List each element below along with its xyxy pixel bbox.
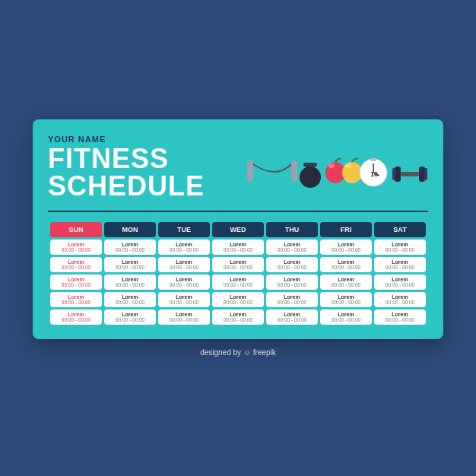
svg-rect-17 xyxy=(401,172,419,176)
table-cell: Lorem00:00 - 00:00 xyxy=(50,309,102,325)
footer-credit: designed by ☺ freepik xyxy=(200,348,276,357)
cell-time: 00:00 - 00:00 xyxy=(107,247,153,252)
cell-time: 00:00 - 00:00 xyxy=(215,282,261,287)
table-row: Lorem00:00 - 00:00Lorem00:00 - 00:00Lore… xyxy=(50,274,426,290)
freepik-icon: ☺ xyxy=(243,348,253,357)
header-sun: SUN xyxy=(50,222,102,237)
cell-time: 00:00 - 00:00 xyxy=(377,282,423,287)
table-row: Lorem00:00 - 00:00Lorem00:00 - 00:00Lore… xyxy=(50,257,426,272)
cell-time: 00:00 - 00:00 xyxy=(107,300,153,305)
cell-time: 00:00 - 00:00 xyxy=(377,317,423,322)
divider xyxy=(48,211,428,212)
cell-time: 00:00 - 00:00 xyxy=(107,282,153,287)
header-mon: MON xyxy=(104,222,156,237)
cell-label: Lorem xyxy=(107,242,153,247)
svg-rect-18 xyxy=(419,167,425,182)
table-cell: Lorem00:00 - 00:00 xyxy=(374,309,426,325)
table-cell: Lorem00:00 - 00:00 xyxy=(158,309,210,325)
cell-time: 00:00 - 00:00 xyxy=(269,317,315,322)
cell-time: 00:00 - 00:00 xyxy=(107,265,153,270)
table-cell: Lorem00:00 - 00:00 xyxy=(374,292,426,307)
svg-rect-4 xyxy=(303,163,317,167)
cell-time: 00:00 - 00:00 xyxy=(269,300,315,305)
cell-time: 00:00 - 00:00 xyxy=(53,282,99,287)
table-cell: Lorem00:00 - 00:00 xyxy=(374,240,426,255)
svg-rect-16 xyxy=(392,168,395,180)
cell-label: Lorem xyxy=(269,312,315,317)
cell-label: Lorem xyxy=(107,277,153,282)
table-cell: Lorem00:00 - 00:00 xyxy=(212,292,264,307)
cell-label: Lorem xyxy=(323,312,369,317)
cell-label: Lorem xyxy=(53,312,99,317)
cell-time: 00:00 - 00:00 xyxy=(161,282,207,287)
cell-time: 00:00 - 00:00 xyxy=(161,300,207,305)
cell-label: Lorem xyxy=(269,242,315,247)
table-cell: Lorem00:00 - 00:00 xyxy=(158,274,210,290)
cell-time: 00:00 - 00:00 xyxy=(215,265,261,270)
cell-time: 00:00 - 00:00 xyxy=(215,247,261,252)
cell-label: Lorem xyxy=(215,259,261,265)
table-cell: Lorem00:00 - 00:00 xyxy=(374,257,426,272)
table-cell: Lorem00:00 - 00:00 xyxy=(104,257,156,272)
cell-label: Lorem xyxy=(215,312,261,317)
cell-label: Lorem xyxy=(269,259,315,265)
cell-time: 00:00 - 00:00 xyxy=(215,317,261,322)
table-cell: Lorem00:00 - 00:00 xyxy=(374,274,426,290)
svg-point-6 xyxy=(328,163,335,168)
designed-by-text: designed by xyxy=(200,348,241,357)
cell-time: 00:00 - 00:00 xyxy=(323,265,369,270)
table-row: Lorem00:00 - 00:00Lorem00:00 - 00:00Lore… xyxy=(50,240,426,255)
cell-label: Lorem xyxy=(323,242,369,247)
cell-label: Lorem xyxy=(269,277,315,282)
table-cell: Lorem00:00 - 00:00 xyxy=(266,292,318,307)
cell-label: Lorem xyxy=(377,242,423,247)
table-cell: Lorem00:00 - 00:00 xyxy=(104,274,156,290)
cell-time: 00:00 - 00:00 xyxy=(53,247,99,252)
cell-label: Lorem xyxy=(107,294,153,300)
cell-label: Lorem xyxy=(377,294,423,300)
header-left: YOUR NAME FITNESS SCHEDULE xyxy=(48,135,246,200)
cell-time: 00:00 - 00:00 xyxy=(269,282,315,287)
cell-time: 00:00 - 00:00 xyxy=(53,265,99,270)
table-row: Lorem00:00 - 00:00Lorem00:00 - 00:00Lore… xyxy=(50,292,426,307)
cell-label: Lorem xyxy=(215,242,261,247)
table-cell: Lorem00:00 - 00:00 xyxy=(50,257,102,272)
cell-time: 00:00 - 00:00 xyxy=(161,265,207,270)
cell-label: Lorem xyxy=(215,277,261,282)
table-cell: Lorem00:00 - 00:00 xyxy=(266,257,318,272)
table-cell: Lorem00:00 - 00:00 xyxy=(212,257,264,272)
svg-rect-19 xyxy=(424,168,427,180)
header-sat: SAT xyxy=(374,222,426,237)
table-header-row: SUN MON TUE WED THU FRI SAT xyxy=(50,222,426,237)
header-thu: THU xyxy=(266,222,318,237)
cell-label: Lorem xyxy=(161,294,207,300)
cell-label: Lorem xyxy=(161,277,207,282)
cell-time: 00:00 - 00:00 xyxy=(377,300,423,305)
table-cell: Lorem00:00 - 00:00 xyxy=(266,274,318,290)
cell-label: Lorem xyxy=(377,259,423,265)
table-cell: Lorem00:00 - 00:00 xyxy=(212,240,264,255)
cell-label: Lorem xyxy=(107,312,153,317)
cell-time: 00:00 - 00:00 xyxy=(107,317,153,322)
cell-time: 00:00 - 00:00 xyxy=(269,247,315,252)
cell-label: Lorem xyxy=(323,294,369,300)
schedule-table: SUN MON TUE WED THU FRI SAT Lorem00:00 -… xyxy=(48,220,428,327)
svg-point-7 xyxy=(342,162,362,183)
table-cell: Lorem00:00 - 00:00 xyxy=(212,274,264,290)
cell-label: Lorem xyxy=(161,312,207,317)
header-tue: TUE xyxy=(158,222,210,237)
svg-point-2 xyxy=(300,167,321,188)
table-cell: Lorem00:00 - 00:00 xyxy=(320,240,372,255)
table-cell: Lorem00:00 - 00:00 xyxy=(104,309,156,325)
cell-time: 00:00 - 00:00 xyxy=(323,300,369,305)
cell-time: 00:00 - 00:00 xyxy=(53,300,99,305)
cell-time: 00:00 - 00:00 xyxy=(323,317,369,322)
table-row: Lorem00:00 - 00:00Lorem00:00 - 00:00Lore… xyxy=(50,309,426,325)
header-icons: 16 xyxy=(246,135,428,198)
table-cell: Lorem00:00 - 00:00 xyxy=(212,309,264,325)
card-header: YOUR NAME FITNESS SCHEDULE xyxy=(48,135,428,200)
cell-label: Lorem xyxy=(53,259,99,265)
cell-time: 00:00 - 00:00 xyxy=(161,247,207,252)
table-cell: Lorem00:00 - 00:00 xyxy=(158,257,210,272)
table-cell: Lorem00:00 - 00:00 xyxy=(158,240,210,255)
